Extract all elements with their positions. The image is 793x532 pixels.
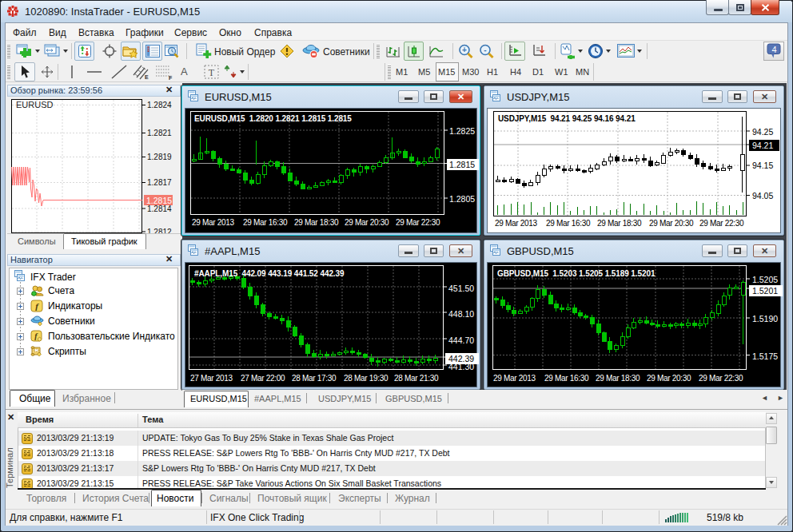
svg-text:4: 4: [771, 45, 776, 54]
svg-text:E: E: [145, 74, 149, 80]
svg-text:-: -: [484, 46, 486, 54]
svg-text:F: F: [169, 75, 173, 81]
svg-text:+: +: [462, 46, 467, 54]
svg-text:T: T: [209, 67, 215, 78]
